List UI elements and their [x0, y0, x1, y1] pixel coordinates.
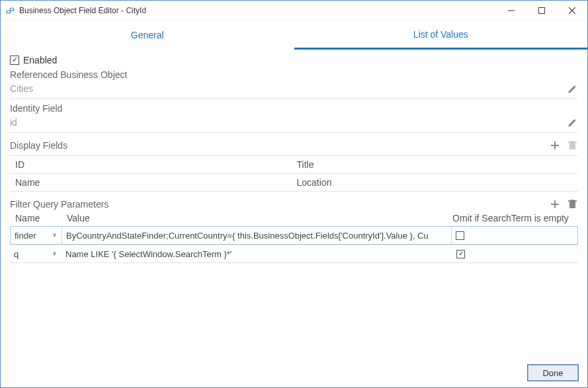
edit-icon[interactable]	[566, 83, 578, 95]
done-button[interactable]: Done	[528, 365, 578, 381]
title-bar: Business Object Field Editor - CityId	[1, 1, 587, 20]
filter-name-dropdown[interactable]: q ▼	[10, 245, 62, 262]
add-icon[interactable]	[549, 198, 561, 210]
chevron-down-icon: ▼	[52, 251, 58, 257]
maximize-button[interactable]	[526, 1, 557, 20]
svg-rect-11	[569, 202, 575, 208]
delete-icon[interactable]	[566, 198, 578, 210]
display-fields-grid: ID Title Name Location	[10, 155, 578, 192]
ref-obj-label: Referenced Business Object	[10, 69, 578, 80]
filter-omit-cell	[452, 227, 577, 244]
identity-label: Identity Field	[10, 103, 578, 114]
edit-icon[interactable]	[566, 116, 578, 128]
omit-checkbox[interactable]	[456, 231, 464, 240]
svg-rect-8	[571, 141, 574, 141]
enabled-label: Enabled	[23, 55, 57, 65]
filter-name-dropdown[interactable]: finder ▼	[11, 227, 62, 244]
display-fields-label: Display Fields	[10, 140, 67, 151]
svg-rect-6	[569, 143, 575, 149]
svg-rect-1	[539, 7, 545, 13]
add-icon[interactable]	[549, 139, 561, 151]
svg-rect-7	[568, 141, 577, 143]
window-controls	[496, 1, 587, 20]
cell-id: Name	[15, 177, 297, 188]
tab-list-of-values[interactable]: List of Values	[294, 20, 588, 50]
tab-general[interactable]: General	[1, 20, 294, 50]
ref-obj-row: Cities	[10, 80, 578, 99]
display-fields-header: Display Fields	[10, 139, 578, 151]
display-fields-col-headers: ID Title	[10, 156, 578, 174]
filter-name-value: q	[14, 249, 19, 259]
col-omit: Omit if SearchTerm is empty	[452, 213, 578, 223]
chevron-down-icon: ▼	[52, 232, 58, 239]
window-title: Business Object Field Editor - CityId	[19, 6, 496, 15]
filter-header: Filter Query Parameters	[10, 198, 578, 210]
filter-col-headers: Name Value Omit if SearchTerm is empty	[10, 210, 578, 226]
app-icon	[5, 5, 15, 16]
identity-value: id	[10, 117, 17, 128]
svg-rect-12	[568, 200, 577, 202]
display-fields-row[interactable]: Name Location	[10, 174, 578, 192]
filter-row[interactable]: q ▼ Name LIKE '{ SelectWindow.SearchTerm…	[10, 245, 578, 263]
close-button[interactable]	[557, 1, 587, 20]
filter-row[interactable]: finder ▼ ByCountryAndStateFinder;Current…	[10, 226, 578, 245]
enabled-row: Enabled	[10, 55, 578, 65]
col-value: Value	[67, 213, 452, 223]
filter-label: Filter Query Parameters	[10, 199, 108, 210]
enabled-checkbox[interactable]	[10, 56, 19, 65]
footer: Done	[1, 358, 587, 387]
identity-row: id	[10, 114, 578, 133]
filter-omit-cell	[452, 245, 578, 262]
cell-title: Location	[297, 177, 579, 188]
filter-value-input[interactable]: ByCountryAndStateFinder;CurrentCountry={…	[62, 227, 452, 244]
col-id: ID	[15, 159, 297, 170]
filter-value-input[interactable]: Name LIKE '{ SelectWindow.SearchTerm }*'	[62, 245, 452, 262]
ref-obj-value: Cities	[10, 83, 33, 94]
col-name: Name	[15, 213, 67, 223]
content-area: Enabled Referenced Business Object Citie…	[1, 50, 587, 358]
tab-bar: General List of Values	[1, 20, 587, 50]
minimize-button[interactable]	[496, 1, 526, 20]
omit-checkbox[interactable]	[456, 250, 465, 258]
filter-name-value: finder	[15, 231, 36, 241]
col-title: Title	[297, 159, 579, 170]
svg-rect-13	[571, 200, 574, 200]
delete-icon	[566, 139, 578, 151]
